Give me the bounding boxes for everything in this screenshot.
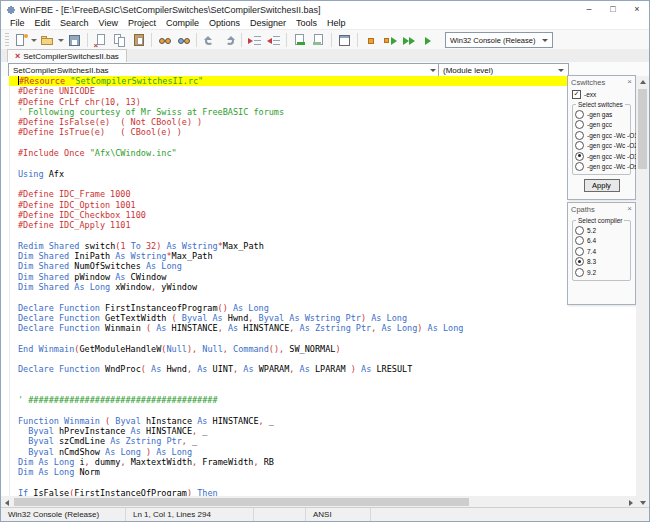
open-button[interactable] [38,31,57,49]
code-line[interactable]: Declare Function FirstInstanceofProgram(… [9,303,636,313]
vertical-scrollbar[interactable] [636,76,649,508]
code-line[interactable]: Function Winmain ( Byval hInstance As HI… [9,416,636,426]
code-line[interactable]: Redim Shared switch(1 To 32) As Wstring*… [9,241,636,251]
code-line[interactable] [9,478,636,488]
redo-button[interactable] [219,31,238,49]
radio-gen-gcc-wc-o2[interactable]: -gen gcc -Wc -O2 [575,141,628,152]
unindent-button[interactable] [264,31,283,49]
undo-button[interactable] [200,31,219,49]
tab-setcompilerswitchesii[interactable]: × SetCompilerSwitchesII.bas [7,49,127,62]
save-button[interactable] [65,31,84,49]
replace-button[interactable] [174,31,193,49]
code-line[interactable]: #Resource "SetCompilerSwitchesII.rc" [9,76,636,86]
scroll-up-icon[interactable] [636,76,649,88]
code-line[interactable]: Byval szCmdLine As Zstring Ptr, _ [9,436,636,446]
code-line[interactable]: Declare Function WndProc( As Hwnd, As UI… [9,364,636,374]
code-editor[interactable]: #Resource "SetCompilerSwitchesII.rc"#Def… [1,76,636,496]
comment-button[interactable] [290,31,309,49]
close-icon[interactable]: × [627,205,632,213]
code-line[interactable]: Dim Shared pWindow As CWindow [9,272,636,282]
code-area[interactable]: #Resource "SetCompilerSwitchesII.rc"#Def… [9,76,636,496]
menu-options[interactable]: Options [204,18,245,29]
compile-run-button[interactable] [380,31,399,49]
code-line[interactable] [9,333,636,343]
code-line[interactable]: Byval nCmdShow As Long ) As Long [9,447,636,457]
radio-gen-gcc-wc-os[interactable]: -gen gcc -Wc -Os [575,162,628,173]
code-line[interactable]: #Define IsTrue(e) ( CBool(e) ) [9,127,636,137]
vertical-scrollbar-thumb[interactable] [638,89,647,169]
code-line[interactable]: #Define IsFalse(e) ( Not CBool(e) ) [9,117,636,127]
uncomment-button[interactable] [309,31,328,49]
code-line[interactable]: #Define IDC_Checkbox 1100 [9,210,636,220]
new-button[interactable] [11,31,30,49]
tab-close-icon[interactable]: × [15,52,20,61]
code-line[interactable]: Dim As Long i, dummy, MaxtextWidth, Fram… [9,457,636,467]
code-line[interactable]: #Define UNICODE [9,86,636,96]
code-line[interactable]: Declare Function GetTextWidth ( Byval As… [9,313,636,323]
radio-compiler-6.4[interactable]: 6.4 [575,236,628,247]
radio-compiler-7.4[interactable]: 7.4 [575,246,628,257]
code-line[interactable]: Dim Shared IniPath As Wstring*Max_Path [9,251,636,261]
menu-search[interactable]: Search [55,18,94,29]
compile-button[interactable] [361,31,380,49]
open-dropdown[interactable] [57,31,65,49]
apply-button[interactable]: Apply [584,179,620,192]
minimize-icon[interactable]: – [577,1,601,18]
code-line[interactable]: #Define IDC_Option 1001 [9,200,636,210]
radio-gen-gcc[interactable]: -gen gcc [575,120,628,131]
code-line[interactable] [9,385,636,395]
code-line[interactable]: #Define IDC_Apply 1101 [9,220,636,230]
code-line[interactable]: Dim As Long Norm [9,467,636,477]
radio-compiler-9.2[interactable]: 9.2 [575,267,628,278]
build-config-selector[interactable]: Win32 Console (Release) [445,32,553,48]
code-line[interactable]: Byval hPrevInstance As HINSTANCE, _ [9,426,636,436]
code-line[interactable]: If IsFalse(FirstInstanceOfProgram) Then [9,488,636,496]
code-line[interactable] [9,179,636,189]
radio-gen-gcc-wc-o1[interactable]: -gen gcc -Wc -O1 [575,130,628,141]
menu-help[interactable]: Help [322,18,351,29]
code-line[interactable] [9,375,636,385]
code-line[interactable] [9,354,636,364]
code-line[interactable]: #Define IDC_Frame 1000 [9,189,636,199]
code-line[interactable]: Using Afx [9,169,636,179]
paste-button[interactable] [129,31,148,49]
form-designer-button[interactable] [335,31,354,49]
copy-button[interactable] [110,31,129,49]
menu-view[interactable]: View [94,18,123,29]
rebuild-run-button[interactable] [399,31,418,49]
code-line[interactable]: #Include Once "Afx\CWindow.inc" [9,148,636,158]
code-line[interactable]: ' ##################################### [9,395,636,405]
radio-compiler-8.3[interactable]: 8.3 [575,257,628,268]
menu-designer[interactable]: Designer [245,18,291,29]
code-line[interactable] [9,158,636,168]
code-line[interactable]: Dim Shared NumOfSwitches As Long [9,261,636,271]
cut-button[interactable] [91,31,110,49]
menu-file[interactable]: File [5,18,30,29]
quick-run-button[interactable] [418,31,437,49]
checkbox-exx[interactable]: ✓ -exx [572,89,631,100]
radio-gen-gcc-wc-o3[interactable]: -gen gcc -Wc -O3 [575,151,628,162]
code-line[interactable] [9,292,636,302]
menu-compile[interactable]: Compile [161,18,204,29]
maximize-icon[interactable]: □ [601,1,625,18]
code-line[interactable] [9,138,636,148]
code-line[interactable]: End Winmain(GetModuleHandleW(Null), Null… [9,344,636,354]
file-selector[interactable]: SetCompilerSwitchesII.bas [8,63,441,77]
find-button[interactable] [155,31,174,49]
code-line[interactable]: Dim Shared As Long xWindow, yWindow [9,282,636,292]
code-line[interactable]: #Define CrLf chr(10, 13) [9,97,636,107]
code-line[interactable]: Declare Function Winmain ( As HINSTANCE,… [9,323,636,333]
close-icon[interactable]: × [627,78,632,86]
close-icon[interactable]: × [625,1,649,18]
indent-button[interactable] [245,31,264,49]
menu-edit[interactable]: Edit [30,18,56,29]
radio-gen-gas[interactable]: -gen gas [575,109,628,120]
radio-compiler-5.2[interactable]: 5.2 [575,225,628,236]
code-line[interactable] [9,406,636,416]
menu-tools[interactable]: Tools [291,18,322,29]
scope-selector[interactable]: (Module level) [438,63,569,77]
menu-project[interactable]: Project [123,18,161,29]
code-line[interactable] [9,230,636,240]
horizontal-scrollbar-thumb[interactable] [14,498,469,506]
new-dropdown[interactable] [30,31,38,49]
